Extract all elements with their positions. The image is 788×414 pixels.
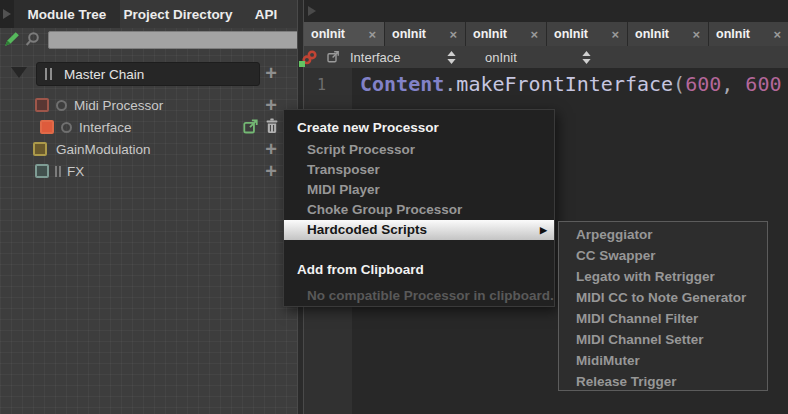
menu-item-hardcoded-scripts[interactable]: Hardcoded Scripts ▶ — [284, 220, 554, 240]
menu-item-clipboard-disabled: No compatible Processor in clipboard. — [284, 286, 554, 306]
add-processor-button[interactable]: + — [262, 139, 280, 159]
line-number: 1 — [304, 76, 326, 94]
left-tab-bar: Module Tree Project Directory API — [0, 0, 297, 28]
bypass-circle-icon[interactable] — [56, 100, 67, 111]
processor-color-swatch — [35, 98, 49, 112]
submenu-item-midi-cc-to-note-generator[interactable]: MIDI CC to Note Generator — [559, 287, 767, 308]
tab-label: Module Tree — [28, 7, 107, 22]
tab-module-tree[interactable]: Module Tree — [14, 0, 120, 28]
code-token: makeFrontInterface — [456, 72, 673, 96]
editor-tab-bar: onInit × onInit × onInit × onInit × onIn… — [304, 22, 788, 46]
search-input[interactable] — [48, 31, 302, 49]
close-icon[interactable]: × — [692, 28, 700, 41]
submenu-item-midi-channel-filter[interactable]: MIDI Channel Filter — [559, 308, 767, 329]
editor-tab-oninit[interactable]: onInit × — [304, 22, 385, 46]
editor-top-bar — [304, 0, 788, 22]
menu-item-midi-player[interactable]: MIDI Player — [284, 180, 554, 200]
editor-tab-label: onInit — [554, 27, 588, 41]
add-processor-button[interactable]: + — [262, 161, 280, 181]
edit-pencil-icon[interactable] — [4, 30, 21, 47]
code-token: . — [444, 72, 456, 96]
tree-item-gainmodulation[interactable]: GainModulation — [33, 140, 151, 158]
close-icon[interactable]: × — [530, 28, 538, 41]
submenu-item-legato-with-retrigger[interactable]: Legato with Retrigger — [559, 266, 767, 287]
submenu-item-release-trigger[interactable]: Release Trigger — [559, 371, 767, 392]
editor-tab-oninit[interactable]: onInit × — [385, 22, 466, 46]
editor-tab-label: onInit — [311, 27, 345, 41]
editor-tab-oninit[interactable]: onInit × — [709, 22, 788, 46]
editor-tab-oninit[interactable]: onInit × — [547, 22, 628, 46]
create-processor-context-menu: Create new Processor Script Processor Tr… — [283, 109, 555, 307]
close-icon[interactable]: × — [368, 28, 376, 41]
submenu-arrow-icon: ▶ — [540, 220, 547, 240]
open-in-workspace-icon[interactable] — [243, 119, 258, 134]
tree-item-label: Master Chain — [64, 67, 144, 82]
delete-trash-icon[interactable] — [265, 118, 279, 134]
sort-arrows-icon[interactable] — [582, 46, 591, 68]
processor-color-swatch — [35, 164, 49, 178]
tab-label: Project Directory — [124, 7, 233, 22]
search-icon — [24, 31, 40, 48]
sort-arrows-icon[interactable] — [447, 46, 456, 68]
submenu-item-midimuter[interactable]: MidiMuter — [559, 350, 767, 371]
breakpoint-marker[interactable] — [299, 61, 305, 67]
code-token: Content — [360, 72, 444, 96]
tree-item-master-chain[interactable]: Master Chain — [36, 62, 260, 86]
editor-tab-label: onInit — [473, 27, 507, 41]
tab-api[interactable]: API — [236, 0, 296, 28]
menu-item-script-processor[interactable]: Script Processor — [284, 140, 554, 160]
tree-item-label: GainModulation — [56, 142, 151, 157]
editor-tab-label: onInit — [635, 27, 669, 41]
tree-item-midi-processor[interactable]: Midi Processor — [35, 96, 163, 114]
close-icon[interactable]: × — [611, 28, 619, 41]
editor-tab-oninit[interactable]: onInit × — [466, 22, 547, 46]
submenu-item-midi-channel-setter[interactable]: MIDI Channel Setter — [559, 329, 767, 350]
chevron-down-icon[interactable] — [11, 67, 27, 78]
close-icon[interactable]: × — [773, 28, 781, 41]
module-tree-panel: Module Tree Project Directory API Master… — [0, 0, 297, 414]
menu-separator — [284, 240, 554, 258]
processor-color-swatch — [40, 120, 54, 134]
code-token: 600 — [745, 72, 781, 96]
panel-fold-corner[interactable] — [0, 0, 14, 28]
code-token: ( — [673, 72, 685, 96]
editor-tab-label: onInit — [716, 27, 750, 41]
add-processor-button[interactable]: + — [262, 95, 280, 115]
processor-selector[interactable]: Interface — [350, 46, 401, 68]
tree-item-fx[interactable]: FX — [35, 162, 84, 180]
tab-label: API — [255, 7, 278, 22]
close-icon[interactable]: × — [449, 28, 457, 41]
processor-color-swatch — [33, 142, 47, 156]
menu-item-transposer[interactable]: Transposer — [284, 160, 554, 180]
tree-item-interface[interactable]: Interface — [40, 118, 132, 136]
chain-bars-icon — [45, 68, 52, 80]
tree-item-label: Midi Processor — [74, 98, 163, 113]
processor-selector-value: Interface — [350, 50, 401, 65]
fold-arrow-icon — [3, 9, 11, 19]
hardcoded-scripts-submenu: Arpeggiator CC Swapper Legato with Retri… — [558, 221, 768, 391]
menu-item-choke-group-processor[interactable]: Choke Group Processor — [284, 200, 554, 220]
bypass-circle-icon[interactable] — [61, 122, 72, 133]
submenu-item-cc-swapper[interactable]: CC Swapper — [559, 245, 767, 266]
menu-section-header: Add from Clipboard — [284, 258, 554, 282]
menu-item-label: Hardcoded Scripts — [307, 222, 427, 237]
editor-tab-label: onInit — [392, 27, 426, 41]
chain-bars-icon — [55, 166, 61, 177]
callback-selector[interactable]: onInit — [485, 46, 517, 68]
menu-section-header: Create new Processor — [284, 116, 554, 140]
submenu-item-arpeggiator[interactable]: Arpeggiator — [559, 224, 767, 245]
popout-icon[interactable] — [327, 46, 339, 68]
callback-selector-value: onInit — [485, 50, 517, 65]
add-processor-button[interactable]: + — [262, 63, 280, 83]
editor-tab-oninit[interactable]: onInit × — [628, 22, 709, 46]
tab-project-directory[interactable]: Project Directory — [120, 0, 236, 28]
app-window: Module Tree Project Directory API Master… — [0, 0, 788, 414]
code-line[interactable]: Content.makeFrontInterface(600, 600 — [360, 72, 781, 96]
editor-toolbar: Interface onInit — [304, 46, 788, 68]
tree-item-label: Interface — [79, 120, 132, 135]
fold-arrow-icon[interactable] — [308, 6, 316, 16]
tree-item-label: FX — [67, 164, 84, 179]
code-token: , — [721, 72, 745, 96]
code-token: 600 — [685, 72, 721, 96]
